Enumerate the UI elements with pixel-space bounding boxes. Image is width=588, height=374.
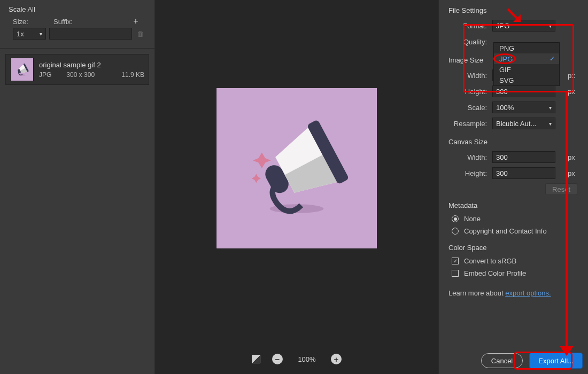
radio-icon xyxy=(452,228,459,235)
delete-scale-button[interactable]: 🗑 xyxy=(135,30,145,38)
two-up-icon[interactable] xyxy=(252,355,260,363)
size-header: Size: xyxy=(13,18,53,26)
reset-button[interactable]: Reset xyxy=(545,183,577,195)
asset-filesize: 11.9 KB xyxy=(121,71,144,79)
svg-marker-7 xyxy=(252,174,261,183)
canvas-width-label: Width: xyxy=(439,153,492,161)
chevron-down-icon: ▾ xyxy=(549,105,552,111)
unit-px: px xyxy=(564,153,577,161)
cancel-button[interactable]: Cancel xyxy=(481,353,523,368)
check-icon: ✓ xyxy=(550,55,555,63)
convert-srgb-checkbox[interactable]: Convert to sRGB xyxy=(439,255,583,267)
format-option-jpg[interactable]: JPG✓ xyxy=(494,53,559,64)
asset-row[interactable]: original sample gif 2 JPG 300 x 300 11.9… xyxy=(5,54,149,85)
chevron-down-icon: ▾ xyxy=(549,121,552,127)
zoom-in-button[interactable]: + xyxy=(331,354,342,364)
format-value: JPG xyxy=(496,22,509,30)
format-option-label: SVG xyxy=(499,76,514,84)
checkbox-icon xyxy=(452,270,459,277)
zoom-out-button[interactable]: − xyxy=(272,354,283,364)
image-height-value: 300 xyxy=(496,88,508,96)
preview-canvas xyxy=(216,88,377,248)
asset-dimensions: 300 x 300 xyxy=(66,71,106,79)
canvas-height-value: 300 xyxy=(496,169,508,177)
metadata-copyright-radio[interactable]: Copyright and Contact Info xyxy=(439,225,583,237)
chevron-down-icon: ▾ xyxy=(549,23,552,29)
resample-label: Resample: xyxy=(439,120,492,128)
format-option-svg[interactable]: SVG✓ xyxy=(494,75,559,85)
scale-all-title: Scale All xyxy=(0,0,154,17)
canvas-width-value: 300 xyxy=(496,153,508,161)
asset-thumbnail xyxy=(10,58,34,81)
unit-px: px xyxy=(564,72,577,80)
canvas-height-input[interactable]: 300 xyxy=(492,167,555,179)
convert-srgb-label: Convert to sRGB xyxy=(464,257,516,265)
format-dropdown-menu: PNG✓ JPG✓ GIF✓ SVG✓ xyxy=(493,42,560,86)
embed-profile-label: Embed Color Profile xyxy=(464,269,526,277)
format-option-gif[interactable]: GIF✓ xyxy=(494,64,559,75)
metadata-title: Metadata xyxy=(439,195,583,213)
suffix-header: Suffix: xyxy=(53,18,132,26)
size-dropdown[interactable]: 1x ▾ xyxy=(13,28,46,40)
metadata-none-radio[interactable]: None xyxy=(439,213,583,225)
unit-px: px xyxy=(564,169,577,177)
radio-icon xyxy=(452,215,459,222)
export-all-button[interactable]: Export All... xyxy=(529,353,583,369)
format-dropdown[interactable]: JPG ▾ xyxy=(492,20,555,32)
checkbox-icon xyxy=(452,258,459,264)
quality-label: Quality: xyxy=(439,38,492,46)
format-option-label: PNG xyxy=(499,44,514,52)
scale-dropdown[interactable]: 100% ▾ xyxy=(492,102,555,113)
metadata-none-label: None xyxy=(464,215,481,223)
image-width-label: Width: xyxy=(439,72,492,80)
file-settings-title: File Settings xyxy=(439,0,583,18)
embed-profile-checkbox[interactable]: Embed Color Profile xyxy=(439,267,583,279)
export-options-link[interactable]: export options. xyxy=(505,289,551,297)
canvas-width-input[interactable]: 300 xyxy=(492,151,555,163)
canvas-height-label: Height: xyxy=(439,169,492,177)
asset-format: JPG xyxy=(39,71,51,79)
zoom-percent[interactable]: 100% xyxy=(295,355,319,363)
scale-value: 100% xyxy=(496,104,514,112)
suffix-input[interactable] xyxy=(49,28,132,40)
resample-dropdown[interactable]: Bicubic Aut... ▾ xyxy=(492,118,555,129)
resample-value: Bicubic Aut... xyxy=(496,120,536,128)
format-option-label: JPG xyxy=(499,55,513,63)
metadata-copyright-label: Copyright and Contact Info xyxy=(464,227,547,235)
image-height-input[interactable]: 300 xyxy=(492,85,555,97)
color-space-title: Color Space xyxy=(439,237,583,255)
format-label: Format: xyxy=(439,22,492,30)
format-option-png[interactable]: PNG✓ xyxy=(494,43,559,53)
asset-name: original sample gif 2 xyxy=(39,61,144,69)
canvas-size-title: Canvas Size xyxy=(439,131,583,149)
svg-marker-6 xyxy=(253,153,271,168)
image-height-label: Height: xyxy=(439,88,492,96)
unit-px: px xyxy=(564,88,577,96)
size-value: 1x xyxy=(17,30,24,38)
learn-more-text: Learn more about xyxy=(448,289,505,297)
add-scale-button[interactable]: + xyxy=(132,18,140,26)
chevron-down-icon: ▾ xyxy=(40,31,42,37)
format-option-label: GIF xyxy=(499,66,511,74)
scale-label: Scale: xyxy=(439,104,492,112)
